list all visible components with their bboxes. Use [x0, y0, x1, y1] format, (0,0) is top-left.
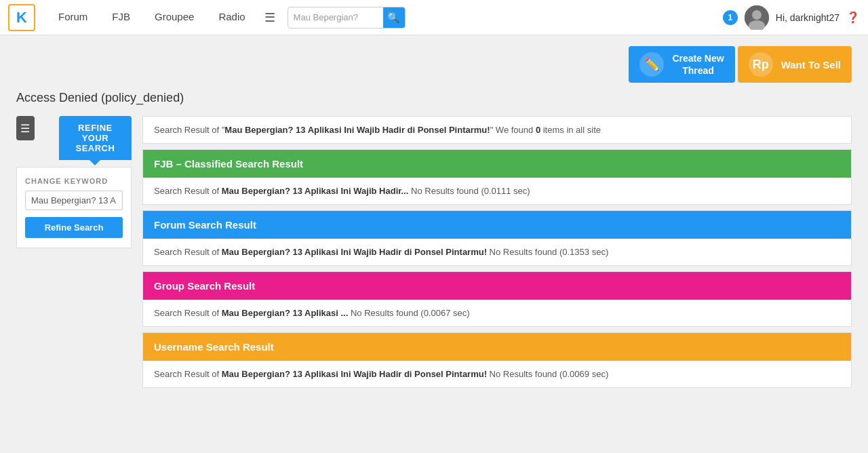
username-header: Username Search Result	[143, 333, 851, 361]
search-box: 🔍	[288, 7, 406, 28]
forum-section: Forum Search Result Search Result of Mau…	[142, 210, 852, 266]
group-query: Mau Bepergian? 13 Aplikasi ...	[222, 308, 349, 318]
fjb-suffix: No Results found (0.0111 sec)	[408, 186, 530, 196]
group-body: Search Result of Mau Bepergian? 13 Aplik…	[143, 300, 851, 326]
top-navigation: K Forum FJB Groupee Radio ☰ 🔍 1 Hi, dark…	[0, 0, 868, 35]
sidebar-header-row: ☰ REFINE YOUR SEARCH	[16, 116, 132, 160]
create-thread-button[interactable]: ✏️ Create NewThread	[629, 46, 734, 83]
create-thread-label: Create NewThread	[672, 52, 724, 77]
summary-mid: " We found	[490, 125, 536, 135]
forum-suffix: No Results found (0.1353 sec)	[487, 247, 608, 257]
results-area: Search Result of "Mau Bepergian? 13 Apli…	[142, 116, 852, 393]
group-suffix: No Results found (0.0067 sec)	[348, 308, 469, 318]
nav-right: 1 Hi, darknight27 ❓	[723, 5, 860, 30]
nav-links: Forum FJB Groupee Radio	[46, 0, 258, 35]
forum-header: Forum Search Result	[143, 211, 851, 239]
group-section: Group Search Result Search Result of Mau…	[142, 271, 852, 327]
layout: ☰ REFINE YOUR SEARCH CHANGE KEYWORD Refi…	[16, 116, 852, 393]
sidebar-toggle[interactable]: ☰	[16, 116, 35, 140]
page-title: Access Denied (policy_denied)	[16, 88, 852, 116]
hamburger-icon[interactable]: ☰	[258, 10, 282, 25]
forum-query: Mau Bepergian? 13 Aplikasi Ini Wajib Had…	[222, 247, 487, 257]
sidebar-panel: CHANGE KEYWORD Refine Search	[16, 167, 132, 248]
summary-query: Mau Bepergian? 13 Aplikasi Ini Wajib Had…	[224, 125, 490, 135]
svg-point-1	[752, 10, 762, 20]
summary-prefix: Search Result of "	[154, 125, 224, 135]
username-body: Search Result of Mau Bepergian? 13 Aplik…	[143, 361, 851, 387]
rp-icon: Rp	[749, 52, 773, 77]
edit-icon: ✏️	[639, 52, 664, 77]
search-button[interactable]: 🔍	[383, 7, 405, 28]
search-input[interactable]	[288, 12, 383, 22]
want-to-sell-button[interactable]: Rp Want To Sell	[738, 46, 852, 83]
refine-search-button[interactable]: Refine Search	[25, 217, 123, 238]
fjb-body: Search Result of Mau Bepergian? 13 Aplik…	[143, 178, 851, 204]
keyword-input[interactable]	[25, 191, 123, 210]
username-suffix: No Results found (0.0069 sec)	[487, 369, 608, 379]
user-greeting: Hi, darknight27	[776, 12, 840, 23]
nav-radio[interactable]: Radio	[206, 0, 257, 35]
main-content: Access Denied (policy_denied) ☰ REFINE Y…	[0, 88, 868, 410]
want-to-sell-label: Want To Sell	[781, 59, 841, 71]
group-header: Group Search Result	[143, 272, 851, 300]
fjb-section: FJB – Classified Search Result Search Re…	[142, 149, 852, 205]
username-section: Username Search Result Search Result of …	[142, 332, 852, 388]
notification-badge[interactable]: 1	[723, 10, 738, 25]
summary-end: items in all site	[540, 125, 601, 135]
search-icon: 🔍	[387, 12, 400, 24]
username-query: Mau Bepergian? 13 Aplikasi Ini Wajib Had…	[222, 369, 487, 379]
nav-groupee[interactable]: Groupee	[142, 0, 206, 35]
results-summary: Search Result of "Mau Bepergian? 13 Apli…	[142, 116, 852, 144]
logo[interactable]: K	[8, 4, 35, 31]
menu-lines-icon: ☰	[20, 122, 30, 135]
forum-body: Search Result of Mau Bepergian? 13 Aplik…	[143, 239, 851, 265]
fjb-header: FJB – Classified Search Result	[143, 150, 851, 178]
fjb-query: Mau Bepergian? 13 Aplikasi Ini Wajib Had…	[222, 186, 409, 196]
avatar[interactable]	[745, 5, 769, 30]
refine-search-heading: REFINE YOUR SEARCH	[59, 116, 132, 160]
help-icon[interactable]: ❓	[846, 11, 860, 24]
logo-letter: K	[16, 9, 27, 26]
sidebar: ☰ REFINE YOUR SEARCH CHANGE KEYWORD Refi…	[16, 116, 132, 248]
nav-fjb[interactable]: FJB	[100, 0, 142, 35]
nav-forum[interactable]: Forum	[46, 0, 100, 35]
change-keyword-label: CHANGE KEYWORD	[25, 177, 123, 185]
action-bar: ✏️ Create NewThread Rp Want To Sell	[0, 35, 868, 88]
